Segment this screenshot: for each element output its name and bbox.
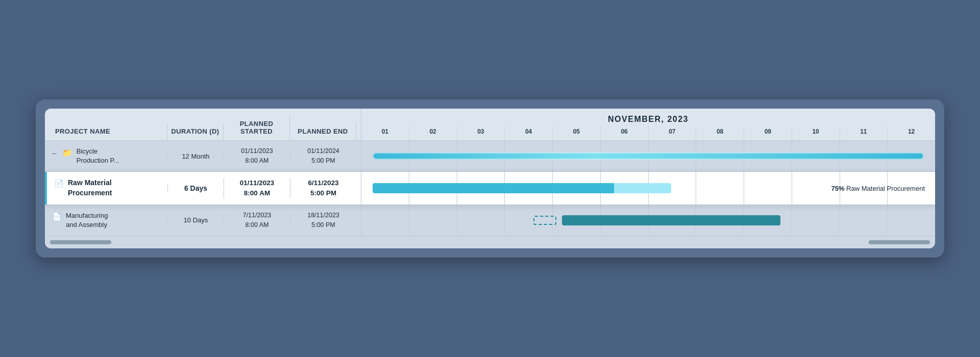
raw-name: Raw Material Procurement bbox=[68, 178, 112, 198]
bicycle-bar bbox=[373, 152, 923, 160]
day-05: 05 bbox=[553, 126, 601, 140]
raw-name-cell: 📄 Raw Material Procurement bbox=[45, 172, 167, 204]
gantt-chart: PROJECT NAME DURATION (D) PLANNED STARTE… bbox=[45, 109, 935, 248]
mfg-bar-dashed bbox=[533, 216, 556, 225]
bicycle-duration: 12 Month bbox=[167, 152, 224, 160]
day-07: 07 bbox=[649, 126, 697, 140]
day-04: 04 bbox=[505, 126, 553, 140]
raw-bar-light bbox=[614, 183, 671, 193]
scrollbar-right[interactable] bbox=[869, 240, 930, 244]
scrollbar-left[interactable] bbox=[50, 240, 111, 244]
row-raw-material[interactable]: 📄 Raw Material Procurement 6 Days 01/11/… bbox=[45, 172, 935, 205]
day-10: 10 bbox=[792, 126, 840, 140]
folder-icon: 📁 bbox=[62, 148, 72, 158]
bicycle-bars bbox=[361, 141, 935, 171]
mfg-duration: 10 Days bbox=[167, 216, 224, 224]
mfg-gantt bbox=[361, 205, 935, 236]
day-12: 12 bbox=[888, 126, 935, 140]
day-03: 03 bbox=[457, 126, 505, 140]
mfg-name-cell: 📄 Manufacturing and Assembly bbox=[45, 205, 167, 236]
bicycle-planned-start: 01/11/20238:00 AM bbox=[224, 146, 290, 166]
day-01: 01 bbox=[361, 126, 409, 140]
mfg-name: Manufacturing and Assembly bbox=[66, 211, 108, 230]
day-08: 08 bbox=[696, 126, 744, 140]
left-section-bicycle: – 📁 Bicycle Production P... 12 Month 01/… bbox=[45, 141, 361, 171]
bicycle-planned-end: 01/11/20245:00 PM bbox=[290, 146, 356, 166]
left-section-raw: 📄 Raw Material Procurement 6 Days 01/11/… bbox=[45, 172, 361, 204]
mfg-bar bbox=[562, 215, 780, 225]
collapse-icon[interactable]: – bbox=[52, 149, 56, 157]
day-02: 02 bbox=[409, 126, 457, 140]
days-row: 01 02 03 04 05 06 07 08 09 10 11 12 bbox=[361, 126, 935, 140]
col-planned-start: PLANNED STARTED bbox=[224, 115, 290, 140]
raw-gantt: 75% Raw Material Procurement bbox=[361, 172, 935, 204]
doc-icon-raw: 📄 bbox=[54, 179, 64, 188]
mfg-bars bbox=[361, 205, 935, 236]
raw-progress-label: 75% Raw Material Procurement bbox=[831, 185, 925, 192]
bicycle-gantt bbox=[361, 141, 935, 171]
doc-icon-mfg: 📄 bbox=[52, 212, 62, 221]
bicycle-name: Bicycle Production P... bbox=[77, 147, 119, 165]
day-06: 06 bbox=[601, 126, 649, 140]
mfg-planned-end: 18/11/20235:00 PM bbox=[290, 211, 356, 230]
month-title-area: NOVEMBER, 2023 01 02 03 04 05 06 07 08 0… bbox=[361, 109, 935, 140]
raw-bars: 75% Raw Material Procurement bbox=[361, 172, 935, 204]
raw-bar-filled bbox=[373, 183, 614, 193]
left-section-mfg: 📄 Manufacturing and Assembly 10 Days 7/1… bbox=[45, 205, 361, 236]
day-11: 11 bbox=[840, 126, 888, 140]
scrollbar-row bbox=[45, 236, 935, 248]
row-manufacturing[interactable]: 📄 Manufacturing and Assembly 10 Days 7/1… bbox=[45, 205, 935, 236]
raw-duration: 6 Days bbox=[167, 184, 224, 192]
col-duration: DURATION (D) bbox=[167, 122, 224, 140]
header-row: PROJECT NAME DURATION (D) PLANNED STARTE… bbox=[45, 109, 935, 141]
col-project-name: PROJECT NAME bbox=[45, 122, 167, 140]
month-title: NOVEMBER, 2023 bbox=[608, 109, 689, 126]
raw-planned-end: 6/11/20235:00 PM bbox=[290, 178, 356, 199]
mfg-planned-start: 7/11/20238:00 AM bbox=[224, 211, 290, 230]
day-09: 09 bbox=[744, 126, 792, 140]
raw-planned-start: 01/11/20238:00 AM bbox=[224, 178, 290, 199]
bicycle-name-cell: – 📁 Bicycle Production P... bbox=[45, 141, 167, 171]
left-cols-header: PROJECT NAME DURATION (D) PLANNED STARTE… bbox=[45, 109, 361, 140]
row-bicycle[interactable]: – 📁 Bicycle Production P... 12 Month 01/… bbox=[45, 141, 935, 172]
col-planned-end: PLANNED END bbox=[290, 122, 356, 140]
outer-container: PROJECT NAME DURATION (D) PLANNED STARTE… bbox=[36, 99, 944, 258]
